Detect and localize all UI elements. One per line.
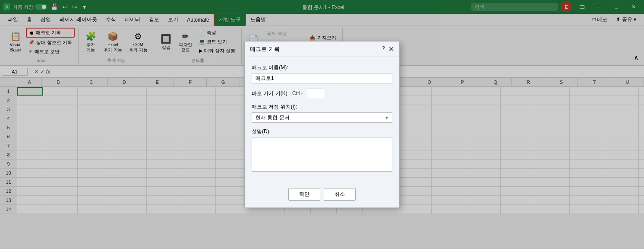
modal-title: 매크로 기록: [250, 45, 280, 53]
record-macro-dialog: 매크로 기록 ? ✕ 매크로 이름(M): 바로 가기 키(K): Ctrl+ …: [244, 41, 400, 208]
modal-footer: 확인 취소: [245, 185, 399, 208]
modal-title-actions: ? ✕: [382, 45, 394, 53]
description-textarea[interactable]: [252, 137, 392, 172]
macro-name-group: 매크로 이름(M):: [252, 64, 392, 83]
modal-title-bar: 매크로 기록 ? ✕: [245, 42, 399, 57]
cancel-button[interactable]: 취소: [324, 188, 356, 201]
modal-close-button[interactable]: ✕: [388, 45, 394, 53]
macro-name-label: 매크로 이름(M):: [252, 64, 392, 71]
macro-name-input[interactable]: [252, 73, 392, 83]
description-group: 설명(D):: [252, 128, 392, 172]
modal-body: 매크로 이름(M): 바로 가기 키(K): Ctrl+ 매크로 저장 위치(I…: [245, 57, 399, 185]
storage-label: 매크로 저장 위치(I):: [252, 103, 392, 111]
description-label: 설명(D):: [252, 128, 392, 135]
storage-select-wrapper: 현재 통합 문서 새 통합 문서 개인용 매크로 통합 문서 ▼: [252, 112, 392, 123]
modal-help-button[interactable]: ?: [382, 45, 385, 53]
modal-overlay: 매크로 기록 ? ✕ 매크로 이름(M): 바로 가기 키(K): Ctrl+ …: [0, 0, 644, 214]
ctrl-label: Ctrl+: [292, 90, 303, 96]
storage-group: 매크로 저장 위치(I): 현재 통합 문서 새 통합 문서 개인용 매크로 통…: [252, 103, 392, 123]
storage-select[interactable]: 현재 통합 문서 새 통합 문서 개인용 매크로 통합 문서: [252, 112, 392, 123]
shortcut-input[interactable]: [307, 89, 324, 98]
ok-button[interactable]: 확인: [288, 188, 320, 201]
shortcut-row: 바로 가기 키(K): Ctrl+: [252, 89, 392, 98]
shortcut-label: 바로 가기 키(K):: [252, 90, 289, 97]
